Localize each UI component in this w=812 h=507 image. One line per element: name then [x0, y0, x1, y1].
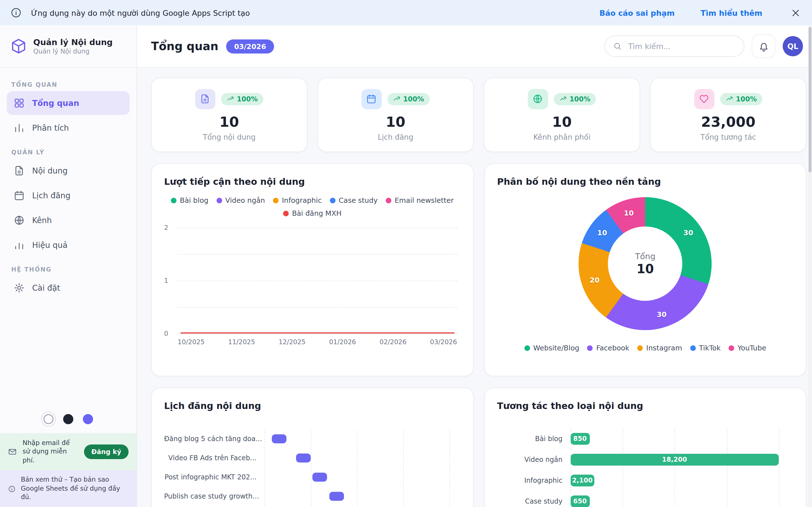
nav-section-label: TỔNG QUAN — [11, 81, 125, 88]
legend-item[interactable]: Website/Blog — [524, 344, 579, 352]
gantt-track — [264, 448, 449, 467]
sidebar: Quản lý Nội dung Quản lý Nội dung TỔNG Q… — [0, 25, 137, 507]
legend-dot — [728, 345, 734, 351]
legend-item[interactable]: Facebook — [587, 344, 629, 352]
nav-section-label: QUẢN LÝ — [11, 149, 125, 156]
gridline — [264, 487, 265, 506]
engagement-bar-chart-card: Tương tác theo loại nội dung Bài blog850… — [484, 388, 806, 507]
gridline — [357, 448, 357, 467]
legend-dot — [587, 345, 593, 351]
theme-switcher — [0, 408, 137, 433]
chart-title: Tương tác theo loại nội dung — [497, 400, 794, 411]
y-axis: 210 — [164, 228, 177, 334]
gridline — [622, 491, 623, 507]
stat-value: 10 — [386, 114, 405, 130]
x-tick-label: 10/2025 — [177, 338, 205, 346]
trial-note-text: Bản xem thử – Tạo bản sao Google Sheets … — [21, 476, 129, 502]
legend-dot — [329, 198, 335, 203]
legend-item[interactable]: Email newsletter — [386, 196, 454, 205]
legend-dot — [273, 198, 278, 203]
search-input[interactable] — [627, 41, 736, 51]
learn-more-link[interactable]: Tìm hiểu thêm — [701, 8, 762, 17]
legend-item[interactable]: Bài đăng MXH — [283, 209, 342, 217]
donut-center-value: 10 — [637, 262, 654, 276]
bar-track: 2,100 — [570, 470, 779, 491]
notifications-button[interactable] — [752, 34, 775, 58]
horizontal-bar-chart: Bài blog850Video ngắn18,200Infographic2,… — [497, 428, 794, 507]
trending-up-icon — [559, 95, 567, 103]
category-label: Case study — [497, 497, 570, 505]
legend-label: YouTube — [738, 344, 766, 352]
gridline — [264, 429, 265, 448]
gantt-row: Video FB Ads trên Faceb... — [164, 448, 460, 467]
gantt-bar — [312, 473, 327, 482]
sidebar-item-lich-dang[interactable]: Lịch đăng — [7, 184, 130, 207]
stat-label: Lịch đăng — [378, 133, 413, 141]
gridline — [311, 448, 311, 467]
gridline — [779, 491, 779, 507]
x-axis-line — [177, 334, 457, 334]
gantt-track — [264, 487, 449, 506]
avatar[interactable]: QL — [783, 36, 803, 56]
theme-dot-dark[interactable] — [63, 414, 73, 424]
legend-item[interactable]: Case study — [329, 196, 377, 205]
theme-dot-purple[interactable] — [83, 414, 93, 424]
legend-item[interactable]: Bài blog — [171, 196, 208, 205]
gear-icon — [13, 282, 25, 293]
sidebar-item-phan-tich[interactable]: Phân tích — [7, 116, 130, 140]
slice-value-label: 30 — [657, 310, 666, 319]
gridline — [449, 429, 450, 448]
gridline — [357, 467, 357, 487]
legend-item[interactable]: Instagram — [637, 344, 682, 352]
legend-dot — [171, 198, 176, 203]
dashboard-grid-icon — [13, 98, 25, 109]
search-box[interactable] — [605, 36, 744, 57]
gridline — [779, 449, 779, 470]
stat-label: Tổng tương tác — [700, 133, 756, 141]
legend-item[interactable]: TikTok — [690, 344, 721, 352]
document-icon — [195, 89, 215, 109]
sidebar-item-hieu-qua[interactable]: Hiệu quả — [7, 233, 130, 257]
signup-button[interactable]: Đăng ký — [84, 445, 129, 459]
trend-badge: 100% — [554, 93, 596, 105]
donut-center: Tổng 10 — [608, 226, 682, 301]
gantt-track — [264, 467, 449, 487]
x-tick-label: 02/2026 — [379, 338, 407, 346]
gridline — [177, 228, 457, 228]
scrollbar-thumb[interactable] — [809, 27, 811, 172]
legend-item[interactable]: Infographic — [273, 196, 322, 205]
stat-value: 23,000 — [701, 114, 756, 130]
bottom-charts-row: Lịch đăng nội dung Đăng blog 5 cách tăng… — [151, 388, 806, 507]
mail-icon — [8, 447, 17, 456]
y-tick-label: 2 — [164, 224, 168, 231]
schedule-gantt-card: Lịch đăng nội dung Đăng blog 5 cách tăng… — [151, 388, 473, 507]
bar-row: Bài blog850 — [497, 428, 794, 449]
platform-donut-chart-card: Phân bố nội dung theo nền tảng Tổng 10 3… — [484, 163, 806, 376]
legend-item[interactable]: YouTube — [728, 344, 766, 352]
task-label: Publish case study growth... — [164, 492, 264, 500]
stat-label: Tổng nội dung — [203, 133, 256, 141]
sidebar-item-label: Kênh — [32, 216, 52, 225]
chart-title: Lượt tiếp cận theo nội dung — [164, 176, 460, 187]
theme-dot-light[interactable] — [43, 414, 54, 424]
sidebar-item-cai-dat[interactable]: Cài đặt — [7, 276, 130, 300]
sidebar-item-kenh[interactable]: Kênh — [7, 209, 130, 232]
sidebar-item-tong-quan[interactable]: Tổng quan — [7, 91, 130, 115]
sidebar-item-noi-dung[interactable]: Nội dung — [7, 159, 130, 182]
report-abuse-link[interactable]: Báo cáo sai phạm — [599, 8, 675, 17]
legend-label: Email newsletter — [395, 196, 454, 205]
y-tick-label: 1 — [164, 277, 168, 284]
line-chart: 210 — [164, 228, 457, 334]
sidebar-item-label: Cài đặt — [32, 283, 60, 292]
stat-value: 10 — [219, 114, 239, 130]
close-icon[interactable] — [791, 8, 801, 18]
calendar-icon — [13, 190, 25, 201]
gridline — [675, 470, 675, 491]
legend-dot — [637, 345, 643, 351]
trend-badge: 100% — [388, 93, 430, 105]
value-bar: 850 — [570, 433, 590, 445]
slice-value-label: 20 — [590, 276, 600, 284]
trending-up-icon — [227, 95, 234, 103]
legend-item[interactable]: Video ngắn — [216, 196, 265, 205]
gridline — [357, 429, 357, 448]
